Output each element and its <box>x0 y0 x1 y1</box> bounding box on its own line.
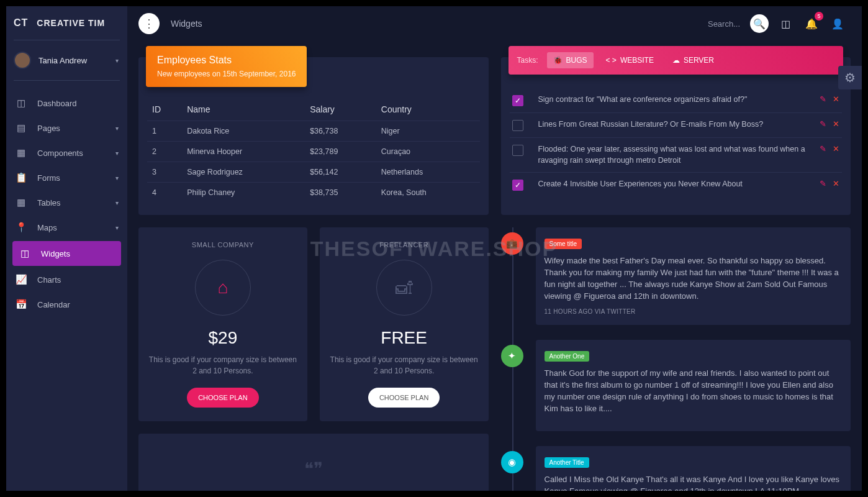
pricing-category: FREELANCER <box>330 241 479 248</box>
close-icon[interactable]: ✕ <box>833 179 839 188</box>
chevron-down-icon: ▾ <box>115 199 119 206</box>
pricing-category: SMALL COMPANY <box>148 241 297 248</box>
nav-label: Widgets <box>41 249 70 258</box>
cell-country: Niger <box>376 121 480 142</box>
widgets-icon: ◫ <box>19 248 31 259</box>
employees-subtitle: New employees on 15th September, 2016 <box>157 70 296 78</box>
cell-id: 4 <box>147 183 182 203</box>
nav-label: Forms <box>37 173 60 183</box>
pages-icon: ▤ <box>15 122 27 134</box>
tasks-label: Tasks: <box>517 56 538 65</box>
edit-icon[interactable]: ✎ <box>820 119 826 129</box>
task-row: ✓Sign contract for "What are conference … <box>510 88 843 113</box>
task-row: Lines From Great Russian Literature? Or … <box>510 113 843 138</box>
checkbox[interactable]: ✓ <box>512 180 523 191</box>
tasks-header: Tasks: 🐞BUGS< >WEBSITE☁SERVER <box>509 46 844 75</box>
topbar: ⋮ Widgets Search... 🔍 ◫ 🔔5 👤 <box>127 6 862 41</box>
dashboard-icon[interactable]: ◫ <box>776 14 795 33</box>
edit-icon[interactable]: ✎ <box>820 179 826 188</box>
timeline-item: ✦ Another One Thank God for the support … <box>536 340 851 431</box>
timeline-text: Thank God for the support of my wife and… <box>545 368 843 414</box>
col-header: Salary <box>305 98 376 121</box>
task-text: Flooded: One year later, assessing what … <box>538 144 820 166</box>
sidebar-item-charts[interactable]: 📈Charts <box>6 267 127 292</box>
timeline-tag: Another Title <box>545 457 589 468</box>
checkbox[interactable] <box>512 120 523 131</box>
table-row: 2Minerva Hooper$23,789Curaçao <box>147 142 480 162</box>
search-button[interactable]: 🔍 <box>750 14 769 33</box>
tab-bugs[interactable]: 🐞BUGS <box>547 52 594 68</box>
task-text: Lines From Great Russian Literature? Or … <box>538 119 820 130</box>
checkbox[interactable] <box>512 145 523 156</box>
timeline-meta: 11 HOURS AGO VIA TWITTER <box>545 308 843 315</box>
settings-gear-icon[interactable]: ⚙ <box>838 66 862 89</box>
chevron-down-icon: ▾ <box>115 125 119 132</box>
user-toggle[interactable]: Tania Andrew ▾ <box>6 44 127 76</box>
timeline-item: ◉ Another Title Called I Miss the Old Ka… <box>536 446 851 491</box>
nav-label: Calendar <box>37 300 70 309</box>
cell-country: Netherlands <box>376 162 480 183</box>
timeline-card: Some title Wifey made the best Father's … <box>536 227 851 325</box>
charts-icon: 📈 <box>15 274 27 285</box>
nav-label: Dashboard <box>37 99 77 108</box>
employees-title: Employees Stats <box>157 55 296 66</box>
close-icon[interactable]: ✕ <box>833 144 839 153</box>
sidebar-item-tables[interactable]: ▦Tables▾ <box>6 190 127 215</box>
pricing-desc: This is good if your company size is bet… <box>330 354 479 376</box>
employees-table: IDNameSalaryCountry 1Dakota Rice$36,738N… <box>147 98 480 203</box>
tasks-card: Tasks: 🐞BUGS< >WEBSITE☁SERVER ✓Sign cont… <box>501 57 851 215</box>
divider <box>14 80 120 81</box>
nav-label: Tables <box>37 198 61 207</box>
close-icon[interactable]: ✕ <box>833 94 839 104</box>
tab-website[interactable]: < >WEBSITE <box>600 52 660 68</box>
sidebar-item-widgets[interactable]: ◫Widgets <box>12 241 121 266</box>
components-icon: ▦ <box>15 147 27 158</box>
close-icon[interactable]: ✕ <box>833 119 839 129</box>
notif-badge: 5 <box>815 12 823 21</box>
forms-icon: 📋 <box>15 172 27 183</box>
chevron-down-icon: ▾ <box>115 57 119 64</box>
sidebar-item-forms[interactable]: 📋Forms▾ <box>6 165 127 190</box>
table-row: 1Dakota Rice$36,738Niger <box>147 121 480 142</box>
chevron-down-icon: ▾ <box>115 175 119 181</box>
cell-country: Korea, South <box>376 183 480 203</box>
tab-server[interactable]: ☁SERVER <box>666 52 720 68</box>
cell-id: 3 <box>147 162 182 183</box>
edit-icon[interactable]: ✎ <box>820 94 826 104</box>
sidebar-item-calendar[interactable]: 📅Calendar <box>6 292 127 317</box>
choose-plan-button[interactable]: CHOOSE PLAN <box>368 388 440 408</box>
sidebar-item-components[interactable]: ▦Components▾ <box>6 140 127 165</box>
search-input[interactable]: Search... <box>708 19 740 29</box>
sidebar-item-pages[interactable]: ▤Pages▾ <box>6 116 127 140</box>
main: ⋮ Widgets Search... 🔍 ◫ 🔔5 👤 Employees S… <box>127 6 862 491</box>
avatar <box>14 52 31 69</box>
tab-label: WEBSITE <box>620 56 654 65</box>
bugs-icon: 🐞 <box>553 56 563 65</box>
table-row: 4Philip Chaney$38,735Korea, South <box>147 183 480 203</box>
checkbox[interactable]: ✓ <box>512 95 523 106</box>
timeline-dot-icon: 💼 <box>501 232 523 255</box>
chevron-down-icon: ▾ <box>115 150 119 157</box>
cell-salary: $36,738 <box>305 121 376 142</box>
notification-icon[interactable]: 🔔5 <box>802 14 821 33</box>
sidebar-item-dashboard[interactable]: ◫Dashboard <box>6 91 127 116</box>
nav: ◫Dashboard▤Pages▾▦Components▾📋Forms▾▦Tab… <box>6 84 127 323</box>
sidebar-item-maps[interactable]: 📍Maps▾ <box>6 215 127 240</box>
timeline-tag: Another One <box>545 351 590 362</box>
brand[interactable]: CT CREATIVE TIM <box>6 6 127 36</box>
quote-card: ❝❞ <box>138 434 489 491</box>
menu-button[interactable]: ⋮ <box>138 13 160 34</box>
timeline-text: Wifey made the best Father's Day meal ev… <box>545 255 843 302</box>
edit-icon[interactable]: ✎ <box>820 144 826 153</box>
dashboard-icon: ◫ <box>15 98 27 109</box>
account-icon[interactable]: 👤 <box>828 14 847 33</box>
choose-plan-button[interactable]: CHOOSE PLAN <box>187 388 258 408</box>
pricing-price: $29 <box>148 328 297 348</box>
timeline: 💼 Some title Wifey made the best Father'… <box>501 227 851 491</box>
cell-country: Curaçao <box>376 142 480 162</box>
pricing-card: FREELANCER 🛋 FREE This is good if your c… <box>320 227 489 421</box>
nav-label: Charts <box>37 275 61 285</box>
brand-short: CT <box>14 17 28 29</box>
timeline-tag: Some title <box>545 239 582 249</box>
col-header: Country <box>376 98 480 121</box>
